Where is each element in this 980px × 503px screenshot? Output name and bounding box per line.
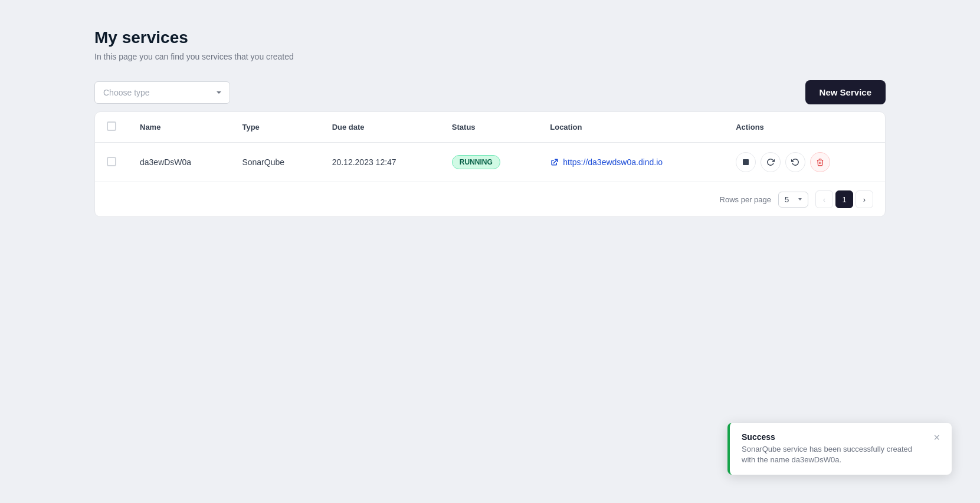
type-column-header: Type xyxy=(230,112,320,143)
row-actions xyxy=(724,143,885,182)
external-link-icon xyxy=(550,157,559,167)
status-column-header: Status xyxy=(440,112,538,143)
toast-message: SonarQube service has been successfully … xyxy=(742,444,922,465)
due-date-column-header: Due date xyxy=(320,112,440,143)
page-title: My services xyxy=(94,28,886,47)
type-filter-select[interactable]: Choose type xyxy=(94,81,230,104)
services-table: Name Type Due date Status Location Actio… xyxy=(95,112,885,182)
select-all-checkbox[interactable] xyxy=(107,121,116,131)
location-link[interactable]: https://da3ewdsw0a.dind.io xyxy=(550,157,712,167)
stop-button[interactable] xyxy=(736,152,756,172)
rows-per-page-select[interactable]: 5 10 25 xyxy=(778,192,808,208)
restart-button[interactable] xyxy=(785,152,805,172)
row-checkbox[interactable] xyxy=(107,157,116,166)
row-name: da3ewDsW0a xyxy=(128,143,230,182)
rows-per-page-label: Rows per page xyxy=(720,195,771,204)
status-badge: RUNNING xyxy=(452,155,500,169)
prev-page-button[interactable]: ‹ xyxy=(815,190,833,208)
toast-title: Success xyxy=(742,432,922,442)
name-column-header: Name xyxy=(128,112,230,143)
toast-content: Success SonarQube service has been succe… xyxy=(742,432,922,465)
delete-button[interactable] xyxy=(810,152,830,172)
toolbar: Choose type New Service xyxy=(94,80,886,104)
pagination-controls: ‹ 1 › xyxy=(815,190,873,208)
services-table-container: Name Type Due date Status Location Actio… xyxy=(94,111,886,217)
restart-icon xyxy=(791,158,799,166)
success-toast: Success SonarQube service has been succe… xyxy=(727,423,952,475)
refresh-button[interactable] xyxy=(761,152,781,172)
table-header-row: Name Type Due date Status Location Actio… xyxy=(95,112,885,143)
toast-close-button[interactable]: × xyxy=(933,432,940,443)
actions-column-header: Actions xyxy=(724,112,885,143)
location-column-header: Location xyxy=(538,112,724,143)
row-type: SonarQube xyxy=(230,143,320,182)
delete-icon xyxy=(816,158,824,166)
page-subtitle: In this page you can find you services t… xyxy=(94,52,886,61)
stop-icon xyxy=(742,158,750,166)
toast-container: Success SonarQube service has been succe… xyxy=(727,423,952,475)
row-due-date: 20.12.2023 12:47 xyxy=(320,143,440,182)
row-status: RUNNING xyxy=(440,143,538,182)
table-footer: Rows per page 5 10 25 ‹ 1 › xyxy=(95,182,885,216)
page-1-button[interactable]: 1 xyxy=(835,190,853,208)
svg-rect-0 xyxy=(743,159,749,165)
page-container: My services In this page you can find yo… xyxy=(0,0,980,245)
table-body: da3ewDsW0a SonarQube 20.12.2023 12:47 RU… xyxy=(95,143,885,182)
table-row: da3ewDsW0a SonarQube 20.12.2023 12:47 RU… xyxy=(95,143,885,182)
row-location: https://da3ewdsw0a.dind.io xyxy=(538,143,724,182)
refresh-icon xyxy=(766,158,775,166)
new-service-button[interactable]: New Service xyxy=(805,80,886,104)
row-checkbox-cell xyxy=(95,143,128,182)
next-page-button[interactable]: › xyxy=(856,190,873,208)
actions-cell xyxy=(736,152,873,172)
select-all-header xyxy=(95,112,128,143)
